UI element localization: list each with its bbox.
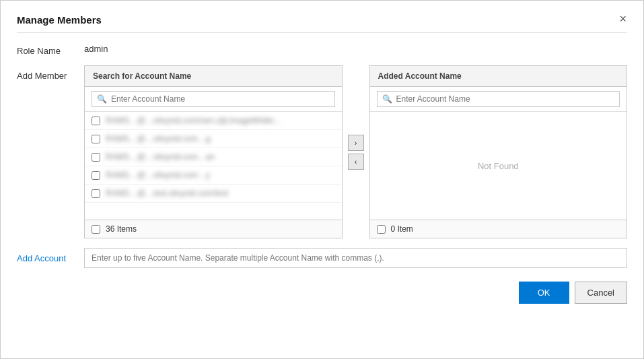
role-name-row: Role Name admin <box>17 44 627 56</box>
list-item[interactable]: RAMS…@…olivynid.com…y <box>85 166 342 185</box>
list-item-checkbox-5[interactable] <box>92 189 100 198</box>
close-button[interactable]: × <box>616 11 630 26</box>
list-item-text-4: RAMS…@…olivynid.com…y <box>106 170 210 180</box>
right-panel-footer: 0 Item <box>370 220 627 238</box>
role-name-value: admin <box>84 44 108 54</box>
left-search-input[interactable] <box>92 91 335 107</box>
dialog-title: Manage Members <box>17 14 627 33</box>
list-item[interactable]: RAMS…@…olivynid.com/ram.zijii.imageM/ide… <box>85 112 342 130</box>
ok-button[interactable]: OK <box>519 282 569 304</box>
arrow-left-icon: ‹ <box>355 158 357 166</box>
left-footer-count: 36 Items <box>106 224 137 234</box>
arrow-left-button[interactable]: ‹ <box>348 154 364 170</box>
left-panel: Search for Account Name 🔍 RAMS…@…olivyni… <box>84 65 343 238</box>
not-found-message: Not Found <box>370 112 627 220</box>
add-account-label: Add Account <box>17 253 84 263</box>
left-panel-footer: 36 Items <box>85 220 342 238</box>
add-account-input[interactable] <box>84 248 627 268</box>
list-item[interactable]: RAMS…@…test.olivynid.com/test <box>85 185 342 203</box>
list-item-text-2: RAMS…@…olivynid.com…g <box>106 134 211 143</box>
list-item-checkbox-4[interactable] <box>92 171 100 180</box>
arrow-buttons: › ‹ <box>343 135 369 170</box>
left-panel-list-wrap: RAMS…@…olivynid.com/ram.zijii.imageM/ide… <box>85 112 342 220</box>
role-name-label: Role Name <box>17 44 84 56</box>
list-item[interactable]: RAMS…@…olivynid.com…an <box>85 148 342 166</box>
right-footer-checkbox[interactable] <box>377 225 386 234</box>
arrow-right-button[interactable]: › <box>348 135 364 151</box>
left-footer-checkbox[interactable] <box>92 225 100 234</box>
list-item-checkbox-1[interactable] <box>92 117 100 125</box>
left-panel-list: RAMS…@…olivynid.com/ram.zijii.imageM/ide… <box>85 112 342 220</box>
list-item-text-5: RAMS…@…test.olivynid.com/test <box>106 189 228 198</box>
right-panel-list-wrap: Not Found <box>370 112 627 220</box>
arrow-right-icon: › <box>355 139 357 147</box>
left-panel-header: Search for Account Name <box>85 66 342 87</box>
right-panel-header: Added Account Name <box>370 66 627 87</box>
add-member-label: Add Member <box>17 65 84 81</box>
left-search-wrap: 🔍 <box>92 91 335 107</box>
list-item-checkbox-3[interactable] <box>92 153 100 162</box>
buttons-row: OK Cancel <box>17 282 627 304</box>
cancel-button[interactable]: Cancel <box>575 282 627 304</box>
panels-container: Search for Account Name 🔍 RAMS…@…olivyni… <box>84 65 627 238</box>
right-panel: Added Account Name 🔍 Not Found 0 Item <box>369 65 628 238</box>
right-panel-search: 🔍 <box>370 87 627 112</box>
list-item-text-1: RAMS…@…olivynid.com/ram.zijii.imageM/ide… <box>106 116 281 125</box>
list-item-checkbox-2[interactable] <box>92 135 100 143</box>
list-item-text-3: RAMS…@…olivynid.com…an <box>106 152 215 162</box>
manage-members-dialog: Manage Members × Role Name admin Add Mem… <box>0 0 644 359</box>
right-footer-count: 0 Item <box>391 224 413 234</box>
list-item[interactable]: RAMS…@…olivynid.com…g <box>85 130 342 148</box>
right-search-input[interactable] <box>377 91 620 107</box>
add-account-row: Add Account <box>17 248 627 268</box>
right-search-wrap: 🔍 <box>377 91 620 107</box>
add-member-row: Add Member Search for Account Name 🔍 RAM… <box>17 65 627 238</box>
left-panel-search: 🔍 <box>85 87 342 112</box>
